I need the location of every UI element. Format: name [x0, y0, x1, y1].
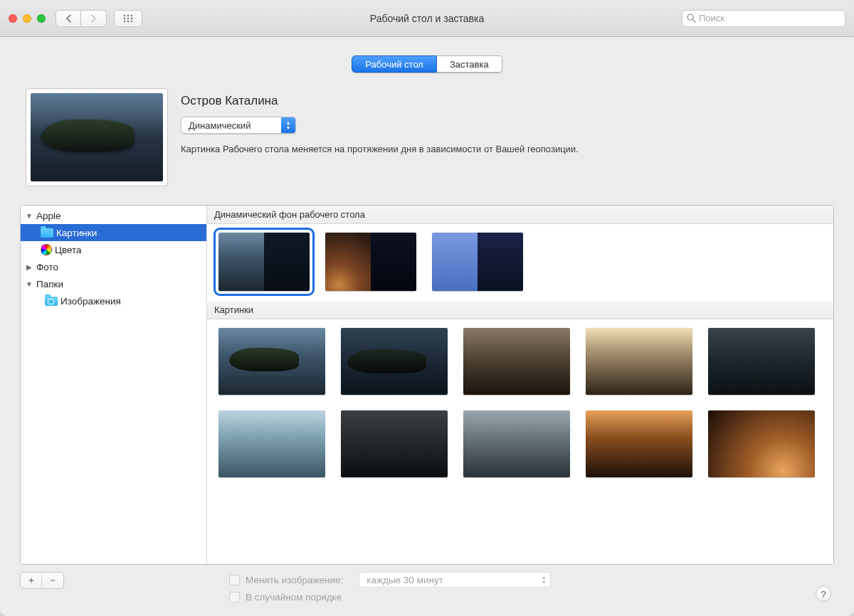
sidebar-item-label: Цвета [55, 245, 82, 255]
titlebar: Рабочий стол и заставка [0, 0, 854, 37]
folder-icon [41, 228, 53, 238]
change-picture-label: Менять изображение: [246, 575, 343, 585]
search-input[interactable] [699, 13, 840, 23]
wallpaper-thumb[interactable] [708, 410, 815, 477]
svg-line-10 [692, 19, 695, 22]
mode-select[interactable]: Динамический ▲▼ [181, 117, 296, 134]
help-button[interactable]: ? [816, 586, 831, 602]
mode-select-value: Динамический [181, 120, 281, 131]
sidebar-item-photo[interactable]: ▶ Фото [21, 258, 206, 275]
preferences-window: Рабочий стол и заставка Рабочий стол Зас… [0, 0, 854, 616]
wallpaper-thumb[interactable] [586, 410, 692, 477]
wallpaper-thumb[interactable] [341, 410, 448, 477]
wallpaper-thumb[interactable] [341, 328, 448, 395]
svg-point-7 [127, 20, 129, 21]
sidebar-item-label: Apple [36, 211, 61, 221]
images-folder-icon [45, 297, 58, 306]
wallpaper-thumb-solid-dynamic[interactable] [432, 233, 523, 291]
svg-point-4 [127, 17, 129, 18]
tab-screensaver[interactable]: Заставка [437, 55, 502, 73]
svg-point-8 [131, 20, 132, 21]
change-interval-select[interactable]: каждые 30 минут ▲▼ [359, 572, 551, 588]
add-remove-buttons: ＋ － [20, 572, 64, 589]
maximize-button[interactable] [37, 14, 46, 23]
footer-controls: ＋ － Менять изображение: каждые 30 минут … [20, 565, 834, 603]
tab-desktop[interactable]: Рабочий стол [352, 55, 437, 73]
wallpaper-thumb[interactable] [586, 328, 692, 395]
grid-icon [123, 14, 133, 23]
random-order-checkbox[interactable] [229, 592, 240, 602]
mode-description: Картинка Рабочего стола меняется на прот… [181, 144, 831, 154]
nav-buttons [56, 10, 107, 27]
sidebar-item-apple[interactable]: ▼ Apple [21, 207, 206, 224]
stepper-arrows-icon: ▲▼ [537, 575, 550, 585]
wallpaper-thumb[interactable] [463, 328, 570, 395]
change-picture-checkbox[interactable] [229, 575, 240, 585]
svg-point-1 [127, 14, 129, 16]
minimize-button[interactable] [23, 14, 31, 23]
close-button[interactable] [9, 14, 17, 23]
wallpaper-thumb[interactable] [463, 410, 570, 477]
section-dynamic: Динамический фон рабочего стола [207, 206, 833, 224]
chevron-left-icon [65, 14, 72, 23]
sidebar-item-colors[interactable]: Цвета [21, 241, 206, 258]
svg-point-6 [124, 20, 125, 21]
wallpaper-name: Остров Каталина [181, 94, 831, 108]
chevron-right-icon [90, 14, 97, 23]
wallpaper-thumb-catalina-dynamic[interactable] [218, 233, 310, 291]
sidebar-item-pictures[interactable]: Картинки [21, 224, 206, 241]
sidebar-item-label: Фото [36, 262, 58, 272]
search-field[interactable] [682, 10, 845, 27]
wallpaper-gallery: Динамический фон рабочего стола Картинки [207, 206, 833, 564]
forward-button[interactable] [81, 10, 107, 27]
show-all-button[interactable] [114, 10, 142, 27]
wallpaper-thumb[interactable] [218, 328, 325, 395]
wallpaper-thumb[interactable] [218, 410, 325, 477]
svg-point-3 [124, 17, 125, 18]
remove-folder-button[interactable]: － [42, 573, 63, 588]
wallpaper-browser: ▼ Apple Картинки Цвета ▶ Фото ▼ Папк [20, 205, 834, 565]
sidebar-item-label: Изображения [60, 296, 121, 307]
disclosure-triangle-icon: ▼ [25, 212, 33, 220]
sidebar-item-folders[interactable]: ▼ Папки [21, 275, 206, 292]
disclosure-triangle-icon: ▶ [25, 263, 33, 271]
current-wallpaper-preview [26, 88, 168, 186]
svg-point-0 [124, 14, 125, 16]
sidebar-item-label: Папки [36, 279, 63, 290]
add-folder-button[interactable]: ＋ [21, 573, 42, 588]
section-pictures: Картинки [207, 301, 833, 319]
color-wheel-icon [41, 244, 52, 255]
change-interval-value: каждые 30 минут [367, 575, 443, 585]
back-button[interactable] [56, 10, 81, 27]
disclosure-triangle-icon: ▼ [25, 280, 33, 288]
sidebar-item-images[interactable]: Изображения [21, 292, 206, 309]
source-sidebar: ▼ Apple Картинки Цвета ▶ Фото ▼ Папк [21, 206, 207, 564]
wallpaper-thumb[interactable] [708, 328, 815, 395]
content-area: Рабочий стол Заставка Остров Каталина Ди… [0, 37, 854, 616]
wallpaper-thumb-mojave-dynamic[interactable] [325, 233, 416, 291]
sidebar-item-label: Картинки [56, 228, 97, 238]
traffic-lights [9, 14, 46, 23]
tab-bar: Рабочий стол Заставка [20, 55, 834, 73]
svg-point-5 [131, 17, 132, 18]
random-order-label: В случайном порядке [246, 592, 342, 602]
svg-point-2 [131, 14, 132, 16]
stepper-arrows-icon: ▲▼ [281, 117, 295, 133]
search-icon [687, 14, 696, 23]
